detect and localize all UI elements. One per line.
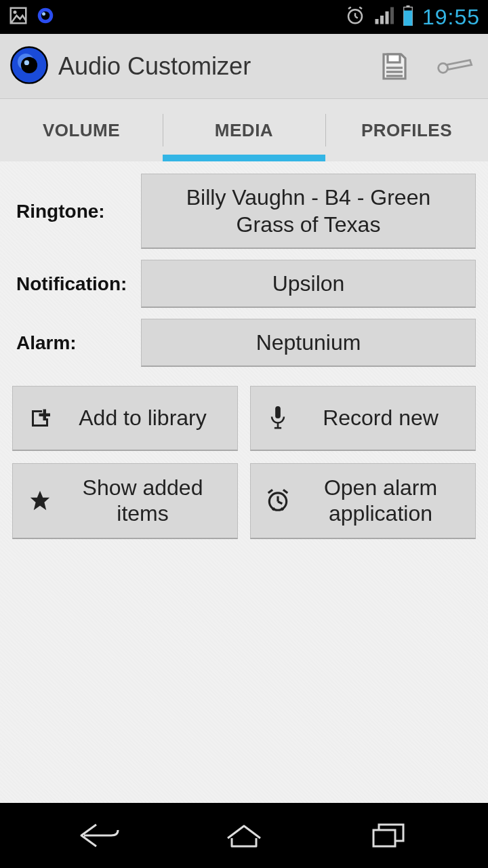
svg-line-38 xyxy=(272,508,274,510)
svg-rect-12 xyxy=(385,12,388,24)
add-to-library-button[interactable]: Add to library xyxy=(12,386,238,451)
svg-rect-40 xyxy=(373,830,395,846)
notification-picker[interactable]: Upsilon xyxy=(141,260,476,308)
svg-line-8 xyxy=(348,7,351,9)
record-new-button[interactable]: Record new xyxy=(250,386,476,451)
home-button[interactable] xyxy=(203,815,285,856)
svg-rect-13 xyxy=(390,7,394,24)
svg-point-20 xyxy=(21,56,37,73)
notification-value: Upsilon xyxy=(272,270,345,297)
ringtone-picker[interactable]: Billy Vaughn - B4 - Green Grass of Texas xyxy=(141,174,476,249)
svg-rect-11 xyxy=(380,16,384,24)
microphone-icon xyxy=(260,406,296,431)
svg-rect-16 xyxy=(404,11,413,26)
tab-label: VOLUME xyxy=(43,120,120,141)
alarm-value: Neptunium xyxy=(256,329,361,356)
svg-line-36 xyxy=(268,490,272,494)
star-icon xyxy=(22,489,58,512)
alarm-picker[interactable]: Neptunium xyxy=(141,319,476,367)
svg-line-9 xyxy=(359,7,362,9)
svg-point-3 xyxy=(41,12,50,20)
back-button[interactable] xyxy=(59,815,140,856)
save-button[interactable] xyxy=(373,45,416,88)
tab-bar: VOLUME MEDIA PROFILES xyxy=(0,99,488,161)
svg-rect-28 xyxy=(39,413,51,416)
svg-rect-22 xyxy=(388,54,400,62)
tab-volume[interactable]: VOLUME xyxy=(0,99,163,161)
settings-button[interactable] xyxy=(432,45,476,88)
svg-line-35 xyxy=(278,502,282,504)
status-time: 19:55 xyxy=(422,5,480,30)
add-library-icon xyxy=(22,406,58,431)
svg-line-39 xyxy=(281,508,283,510)
recent-apps-button[interactable] xyxy=(348,815,429,856)
tab-media[interactable]: MEDIA xyxy=(163,99,325,161)
svg-marker-32 xyxy=(30,491,49,510)
tab-profiles[interactable]: PROFILES xyxy=(325,99,488,161)
ringtone-value: Billy Vaughn - B4 - Green Grass of Texas xyxy=(155,184,462,238)
action-bar: Audio Customizer xyxy=(0,34,488,99)
app-notif-icon xyxy=(35,5,56,28)
app-icon xyxy=(9,45,49,87)
app-title: Audio Customizer xyxy=(58,52,251,81)
tab-label: PROFILES xyxy=(361,120,452,141)
media-content: Ringtone: Billy Vaughn - B4 - Green Gras… xyxy=(0,161,488,803)
button-label: Add to library xyxy=(58,405,228,431)
show-added-items-button[interactable]: Show added items xyxy=(12,463,238,539)
button-label: Open alarm application xyxy=(296,475,466,527)
svg-rect-10 xyxy=(375,19,378,24)
button-label: Record new xyxy=(296,405,466,431)
alarm-clock-icon xyxy=(260,488,296,513)
tab-label: MEDIA xyxy=(215,120,273,141)
signal-icon xyxy=(373,5,394,28)
open-alarm-app-button[interactable]: Open alarm application xyxy=(250,463,476,539)
picture-notif-icon xyxy=(8,5,28,28)
svg-point-4 xyxy=(42,12,45,16)
button-label: Show added items xyxy=(58,475,228,527)
alarm-label: Alarm: xyxy=(12,319,141,367)
svg-point-21 xyxy=(24,60,29,64)
navigation-bar xyxy=(0,803,488,868)
svg-line-37 xyxy=(283,490,287,494)
svg-point-1 xyxy=(14,11,17,14)
alarm-status-icon xyxy=(345,5,365,28)
battery-icon xyxy=(402,5,414,28)
svg-rect-29 xyxy=(275,406,281,418)
status-bar: 19:55 xyxy=(0,0,488,34)
svg-line-7 xyxy=(355,16,358,18)
ringtone-label: Ringtone: xyxy=(12,174,141,249)
notification-label: Notification: xyxy=(12,260,141,308)
